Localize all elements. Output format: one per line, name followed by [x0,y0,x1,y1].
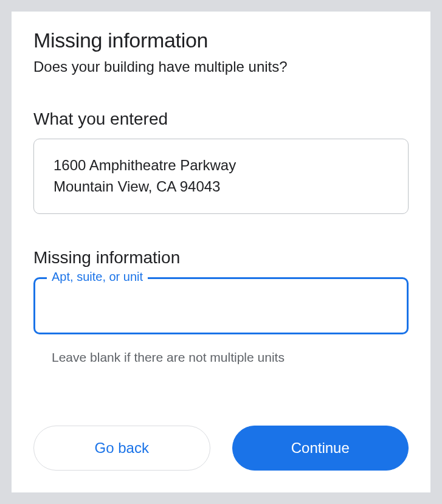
address-line-1: 1600 Amphitheatre Parkway [54,155,388,176]
go-back-button[interactable]: Go back [33,426,210,471]
unit-field-label: Apt, suite, or unit [47,270,148,284]
page-title: Missing information [33,29,409,52]
missing-heading: Missing information [33,248,409,268]
dialog-card: Missing information Does your building h… [11,11,431,493]
button-row: Go back Continue [33,401,409,471]
entered-address-box: 1600 Amphitheatre Parkway Mountain View,… [33,139,409,214]
page-subtitle: Does your building have multiple units? [33,58,409,75]
continue-button[interactable]: Continue [232,426,409,471]
unit-helper-text: Leave blank if there are not multiple un… [33,350,409,365]
address-line-2: Mountain View, CA 94043 [54,176,388,198]
entered-heading: What you entered [33,109,409,129]
unit-input[interactable] [33,277,409,334]
unit-field-wrap: Apt, suite, or unit [33,277,409,334]
